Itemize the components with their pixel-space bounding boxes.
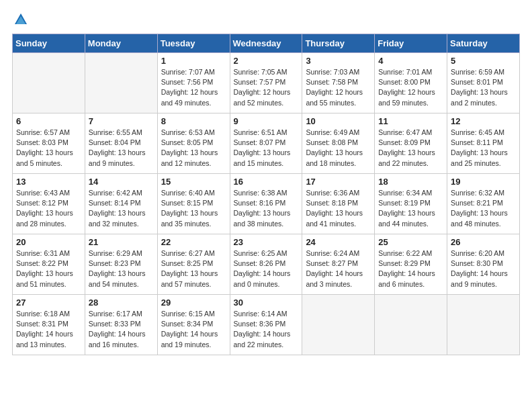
day-number: 4 xyxy=(378,56,443,66)
day-info: Sunrise: 6:45 AMSunset: 8:11 PMDaylight:… xyxy=(451,128,516,169)
calendar-day-cell: 15Sunrise: 6:40 AMSunset: 8:15 PMDayligh… xyxy=(157,174,230,234)
calendar-day-cell: 12Sunrise: 6:45 AMSunset: 8:11 PMDayligh… xyxy=(447,113,520,174)
day-info: Sunrise: 6:43 AMSunset: 8:12 PMDaylight:… xyxy=(16,188,81,229)
calendar-day-cell: 18Sunrise: 6:34 AMSunset: 8:19 PMDayligh… xyxy=(375,174,447,234)
day-number: 26 xyxy=(451,237,516,247)
day-info: Sunrise: 6:40 AMSunset: 8:15 PMDaylight:… xyxy=(161,188,226,229)
calendar-day-cell: 27Sunrise: 6:18 AMSunset: 8:31 PMDayligh… xyxy=(13,295,85,355)
day-info: Sunrise: 6:17 AMSunset: 8:33 PMDaylight:… xyxy=(89,309,154,350)
calendar-day-cell: 3Sunrise: 7:03 AMSunset: 7:58 PMDaylight… xyxy=(302,53,375,113)
calendar-day-cell: 9Sunrise: 6:51 AMSunset: 8:07 PMDaylight… xyxy=(230,113,302,174)
calendar-day-cell: 10Sunrise: 6:49 AMSunset: 8:08 PMDayligh… xyxy=(302,113,375,174)
day-number: 18 xyxy=(378,177,443,187)
day-number: 14 xyxy=(89,177,154,187)
day-number: 21 xyxy=(89,237,154,247)
day-number: 27 xyxy=(16,298,81,308)
calendar-day-cell: 6Sunrise: 6:57 AMSunset: 8:03 PMDaylight… xyxy=(13,113,85,174)
day-info: Sunrise: 6:55 AMSunset: 8:04 PMDaylight:… xyxy=(89,128,154,169)
calendar-day-cell: 26Sunrise: 6:20 AMSunset: 8:30 PMDayligh… xyxy=(447,234,520,295)
calendar-header-wednesday: Wednesday xyxy=(230,34,302,53)
calendar-header-row: SundayMondayTuesdayWednesdayThursdayFrid… xyxy=(13,34,520,53)
day-info: Sunrise: 6:49 AMSunset: 8:08 PMDaylight:… xyxy=(306,128,371,169)
logo-icon xyxy=(13,12,28,27)
day-number: 28 xyxy=(89,298,154,308)
calendar-day-cell: 22Sunrise: 6:27 AMSunset: 8:25 PMDayligh… xyxy=(157,234,230,295)
day-info: Sunrise: 6:15 AMSunset: 8:34 PMDaylight:… xyxy=(161,309,226,350)
calendar-day-cell: 21Sunrise: 6:29 AMSunset: 8:23 PMDayligh… xyxy=(85,234,157,295)
calendar-day-cell: 8Sunrise: 6:53 AMSunset: 8:05 PMDaylight… xyxy=(157,113,230,174)
day-info: Sunrise: 7:07 AMSunset: 7:56 PMDaylight:… xyxy=(161,67,226,108)
day-number: 16 xyxy=(234,177,299,187)
calendar-table: SundayMondayTuesdayWednesdayThursdayFrid… xyxy=(12,34,520,355)
calendar-day-cell: 20Sunrise: 6:31 AMSunset: 8:22 PMDayligh… xyxy=(13,234,85,295)
calendar-week-row: 27Sunrise: 6:18 AMSunset: 8:31 PMDayligh… xyxy=(13,295,520,355)
day-info: Sunrise: 6:32 AMSunset: 8:21 PMDaylight:… xyxy=(451,188,516,229)
calendar-day-cell: 14Sunrise: 6:42 AMSunset: 8:14 PMDayligh… xyxy=(85,174,157,234)
logo xyxy=(12,12,28,27)
day-number: 23 xyxy=(234,237,299,247)
calendar-week-row: 1Sunrise: 7:07 AMSunset: 7:56 PMDaylight… xyxy=(13,53,520,113)
calendar-day-cell xyxy=(375,295,447,355)
day-number: 2 xyxy=(234,56,299,66)
day-number: 19 xyxy=(451,177,516,187)
day-info: Sunrise: 6:27 AMSunset: 8:25 PMDaylight:… xyxy=(161,248,226,289)
header xyxy=(12,12,520,27)
calendar-day-cell xyxy=(302,295,375,355)
day-info: Sunrise: 6:42 AMSunset: 8:14 PMDaylight:… xyxy=(89,188,154,229)
day-number: 9 xyxy=(234,116,299,126)
calendar-week-row: 6Sunrise: 6:57 AMSunset: 8:03 PMDaylight… xyxy=(13,113,520,174)
day-info: Sunrise: 6:31 AMSunset: 8:22 PMDaylight:… xyxy=(16,248,81,289)
day-number: 20 xyxy=(16,237,81,247)
day-number: 11 xyxy=(378,116,443,126)
calendar-week-row: 20Sunrise: 6:31 AMSunset: 8:22 PMDayligh… xyxy=(13,234,520,295)
day-info: Sunrise: 6:18 AMSunset: 8:31 PMDaylight:… xyxy=(16,309,81,350)
day-number: 7 xyxy=(89,116,154,126)
calendar-day-cell: 25Sunrise: 6:22 AMSunset: 8:29 PMDayligh… xyxy=(375,234,447,295)
calendar-header-thursday: Thursday xyxy=(302,34,375,53)
day-info: Sunrise: 6:34 AMSunset: 8:19 PMDaylight:… xyxy=(378,188,443,229)
calendar-header-friday: Friday xyxy=(375,34,447,53)
day-info: Sunrise: 6:36 AMSunset: 8:18 PMDaylight:… xyxy=(306,188,371,229)
calendar-header-saturday: Saturday xyxy=(447,34,520,53)
day-number: 5 xyxy=(451,56,516,66)
day-number: 3 xyxy=(306,56,371,66)
day-info: Sunrise: 6:47 AMSunset: 8:09 PMDaylight:… xyxy=(378,128,443,169)
day-number: 30 xyxy=(234,298,299,308)
day-info: Sunrise: 6:24 AMSunset: 8:27 PMDaylight:… xyxy=(306,248,371,289)
calendar-day-cell xyxy=(13,53,85,113)
day-number: 12 xyxy=(451,116,516,126)
calendar-day-cell: 19Sunrise: 6:32 AMSunset: 8:21 PMDayligh… xyxy=(447,174,520,234)
calendar-day-cell: 17Sunrise: 6:36 AMSunset: 8:18 PMDayligh… xyxy=(302,174,375,234)
calendar-header-monday: Monday xyxy=(85,34,157,53)
day-info: Sunrise: 7:05 AMSunset: 7:57 PMDaylight:… xyxy=(234,67,299,108)
calendar-day-cell: 4Sunrise: 7:01 AMSunset: 8:00 PMDaylight… xyxy=(375,53,447,113)
calendar-header-tuesday: Tuesday xyxy=(157,34,230,53)
day-info: Sunrise: 6:29 AMSunset: 8:23 PMDaylight:… xyxy=(89,248,154,289)
day-number: 15 xyxy=(161,177,226,187)
day-info: Sunrise: 6:25 AMSunset: 8:26 PMDaylight:… xyxy=(234,248,299,289)
calendar-day-cell: 5Sunrise: 6:59 AMSunset: 8:01 PMDaylight… xyxy=(447,53,520,113)
day-info: Sunrise: 7:01 AMSunset: 8:00 PMDaylight:… xyxy=(378,67,443,108)
day-info: Sunrise: 6:14 AMSunset: 8:36 PMDaylight:… xyxy=(234,309,299,350)
day-number: 10 xyxy=(306,116,371,126)
day-number: 29 xyxy=(161,298,226,308)
page: SundayMondayTuesdayWednesdayThursdayFrid… xyxy=(0,0,532,411)
day-number: 24 xyxy=(306,237,371,247)
calendar-day-cell: 2Sunrise: 7:05 AMSunset: 7:57 PMDaylight… xyxy=(230,53,302,113)
calendar-day-cell: 1Sunrise: 7:07 AMSunset: 7:56 PMDaylight… xyxy=(157,53,230,113)
day-number: 1 xyxy=(161,56,226,66)
calendar-day-cell: 13Sunrise: 6:43 AMSunset: 8:12 PMDayligh… xyxy=(13,174,85,234)
calendar-day-cell: 30Sunrise: 6:14 AMSunset: 8:36 PMDayligh… xyxy=(230,295,302,355)
day-info: Sunrise: 6:57 AMSunset: 8:03 PMDaylight:… xyxy=(16,128,81,169)
day-info: Sunrise: 7:03 AMSunset: 7:58 PMDaylight:… xyxy=(306,67,371,108)
calendar-day-cell: 11Sunrise: 6:47 AMSunset: 8:09 PMDayligh… xyxy=(375,113,447,174)
day-number: 25 xyxy=(378,237,443,247)
calendar-day-cell: 16Sunrise: 6:38 AMSunset: 8:16 PMDayligh… xyxy=(230,174,302,234)
day-number: 8 xyxy=(161,116,226,126)
calendar-header-sunday: Sunday xyxy=(13,34,85,53)
day-info: Sunrise: 6:59 AMSunset: 8:01 PMDaylight:… xyxy=(451,67,516,108)
calendar-day-cell: 29Sunrise: 6:15 AMSunset: 8:34 PMDayligh… xyxy=(157,295,230,355)
day-info: Sunrise: 6:22 AMSunset: 8:29 PMDaylight:… xyxy=(378,248,443,289)
calendar-day-cell xyxy=(447,295,520,355)
calendar-day-cell: 23Sunrise: 6:25 AMSunset: 8:26 PMDayligh… xyxy=(230,234,302,295)
